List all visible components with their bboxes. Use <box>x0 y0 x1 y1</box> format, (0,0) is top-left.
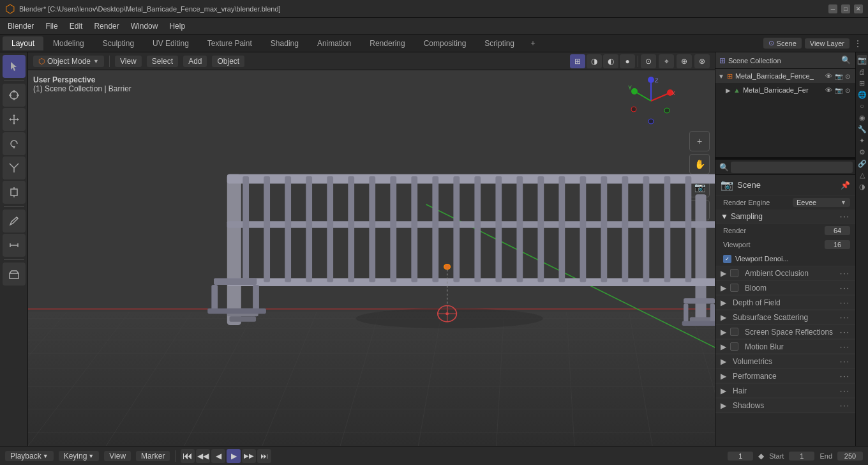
constraints-tab[interactable]: 🔗 <box>857 158 867 169</box>
tab-compositing[interactable]: Compositing <box>415 36 475 50</box>
wireframe-btn[interactable]: ⊞ <box>570 54 585 68</box>
particles-tab[interactable]: ✦ <box>857 135 867 146</box>
data-tab[interactable]: △ <box>857 170 867 180</box>
maximize-button[interactable]: □ <box>841 4 850 13</box>
object-mode-selector[interactable]: ⬡ Object Mode ▼ <box>33 56 104 67</box>
object-menu[interactable]: Object <box>212 56 244 67</box>
frame-start-indicator[interactable]: ⏮ <box>181 449 195 463</box>
minimize-button[interactable]: ─ <box>828 4 837 13</box>
search-properties[interactable]: 🔍 <box>718 162 730 173</box>
pin-icon[interactable]: 📌 <box>841 181 850 190</box>
menu-edit[interactable]: Edit <box>64 20 88 32</box>
viewport-3d[interactable]: User Perspective (1) Scene Collection | … <box>28 70 715 446</box>
dof-header[interactable]: ▶ Depth of Field ··· <box>715 296 855 310</box>
camera-icon-2[interactable]: 📷 <box>835 87 842 94</box>
scene-tab[interactable]: 🌐 <box>857 89 867 100</box>
view-layer-tab[interactable]: ⊞ <box>857 78 867 88</box>
workspace-options[interactable]: ⋮ <box>850 38 865 49</box>
tab-shading[interactable]: Shading <box>262 36 308 50</box>
vol-header[interactable]: ▶ Volumetrics ··· <box>715 354 855 369</box>
move-tool[interactable] <box>3 108 26 131</box>
proportional-edit-btn[interactable]: ⊗ <box>694 54 710 68</box>
menu-blender[interactable]: Blender <box>3 20 39 32</box>
view-menu[interactable]: View <box>104 451 131 461</box>
view-layer-selector[interactable]: View Layer <box>805 38 849 49</box>
world-tab[interactable]: ○ <box>857 101 867 111</box>
add-workspace-button[interactable]: ＋ <box>524 35 542 51</box>
shadows-header[interactable]: ▶ Shadows ··· <box>715 399 855 413</box>
object-tab[interactable]: ◉ <box>857 112 867 123</box>
step-back-button[interactable]: ◀◀ <box>196 449 210 463</box>
add-object-tool[interactable] <box>3 263 26 286</box>
overlay-btn[interactable]: ⊙ <box>641 54 656 68</box>
view-menu[interactable]: View <box>115 56 142 67</box>
select-menu[interactable]: Select <box>147 56 178 67</box>
start-frame-value[interactable]: 1 <box>789 452 814 461</box>
ssr-header[interactable]: ▶ Screen Space Reflections ··· <box>715 325 855 339</box>
denoise-checkbox[interactable]: ✓ <box>723 255 731 263</box>
material-tab[interactable]: ◑ <box>857 181 867 192</box>
mb-header[interactable]: ▶ Motion Blur ··· <box>715 340 855 354</box>
visibility-icon-1[interactable]: 👁 <box>825 72 832 80</box>
tab-sculpting[interactable]: Sculpting <box>94 36 143 50</box>
collection-row-1[interactable]: ▼ ⊞ Metal_Barricade_Fence_ 👁 📷 ⊙ <box>715 69 855 83</box>
frame-end-indicator[interactable]: ⏭ <box>257 449 271 463</box>
sss-header[interactable]: ▶ Subsurface Scattering ··· <box>715 310 855 324</box>
tab-modeling[interactable]: Modeling <box>44 36 93 50</box>
solid-btn[interactable]: ◑ <box>587 54 602 68</box>
material-preview-btn[interactable]: ◐ <box>603 54 618 68</box>
scene-selector[interactable]: ⊙ Scene <box>763 38 802 49</box>
measure-tool[interactable] <box>3 234 26 257</box>
physics-tab[interactable]: ⚙ <box>857 147 867 157</box>
close-button[interactable]: ✕ <box>854 4 863 13</box>
select-tool[interactable] <box>3 55 26 78</box>
tab-texture-paint[interactable]: Texture Paint <box>198 36 261 50</box>
scale-tool[interactable] <box>3 156 26 179</box>
ao-checkbox[interactable] <box>730 269 738 277</box>
render-icon-tab[interactable]: 📷 <box>857 55 867 65</box>
playback-menu[interactable]: Playback ▼ <box>5 451 54 461</box>
marker-menu[interactable]: Marker <box>136 451 170 461</box>
keying-menu[interactable]: Keying ▼ <box>59 451 100 461</box>
tab-uv-editing[interactable]: UV Editing <box>144 36 198 50</box>
render-icon-1[interactable]: ⊙ <box>845 73 850 80</box>
snap-btn[interactable]: ⊕ <box>677 54 692 68</box>
visibility-icon-2[interactable]: 👁 <box>825 86 832 94</box>
menu-window[interactable]: Window <box>126 20 163 32</box>
perf-header[interactable]: ▶ Performance ··· <box>715 369 855 383</box>
menu-file[interactable]: File <box>40 20 63 32</box>
render-samples-value[interactable]: 64 <box>825 226 850 235</box>
outliner-search[interactable]: 🔍 <box>841 56 851 66</box>
current-frame[interactable]: 1 <box>728 452 753 461</box>
gizmo-toggle-btn[interactable]: ⌖ <box>659 54 674 68</box>
modifier-tab[interactable]: 🔧 <box>857 124 867 134</box>
annotate-tool[interactable] <box>3 210 26 232</box>
play-forward-button[interactable]: ▶▶ <box>242 449 256 463</box>
output-icon-tab[interactable]: 🖨 <box>857 66 867 77</box>
cursor-tool[interactable] <box>3 84 26 107</box>
tab-scripting[interactable]: Scripting <box>475 36 523 50</box>
end-frame-value[interactable]: 250 <box>837 452 863 461</box>
tab-rendering[interactable]: Rendering <box>361 36 414 50</box>
menu-help[interactable]: Help <box>164 20 190 32</box>
tab-animation[interactable]: Animation <box>308 36 360 50</box>
add-menu[interactable]: Add <box>183 56 207 67</box>
object-row-1[interactable]: ▶ ▲ Metal_Barricade_Fer 👁 📷 ⊙ <box>715 83 855 97</box>
mb-checkbox[interactable] <box>730 342 738 351</box>
rotate-tool[interactable] <box>3 132 26 155</box>
play-back-button[interactable]: ◀ <box>211 449 225 463</box>
bloom-header[interactable]: ▶ Bloom ··· <box>715 281 855 295</box>
transform-tool[interactable] <box>3 181 26 204</box>
tab-layout[interactable]: Layout <box>3 36 43 50</box>
hair-header[interactable]: ▶ Hair ··· <box>715 384 855 398</box>
filter-properties[interactable] <box>731 162 853 173</box>
sampling-header[interactable]: ▼ Sampling ··· <box>715 210 855 224</box>
menu-render[interactable]: Render <box>89 20 124 32</box>
rendered-btn[interactable]: ● <box>620 54 635 68</box>
bloom-checkbox[interactable] <box>730 284 738 292</box>
ao-header[interactable]: ▶ Ambient Occlusion ··· <box>715 266 855 280</box>
render-icon-2[interactable]: ⊙ <box>845 87 850 94</box>
camera-icon-1[interactable]: 📷 <box>835 73 842 80</box>
render-engine-selector[interactable]: Eevee ▼ <box>793 198 850 207</box>
ssr-checkbox[interactable] <box>730 328 738 336</box>
